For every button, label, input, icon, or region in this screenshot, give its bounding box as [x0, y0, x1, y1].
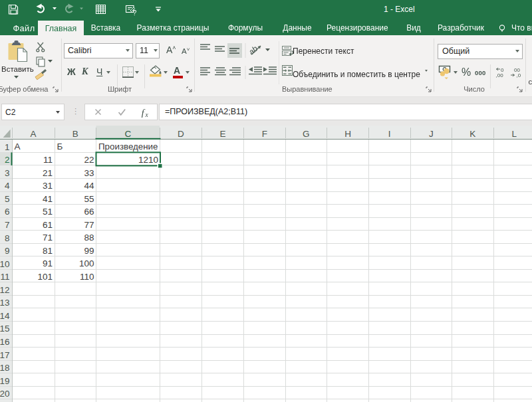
- svg-text:66: 66: [84, 207, 94, 217]
- svg-text:D: D: [178, 128, 184, 138]
- svg-text:1: 1: [5, 142, 10, 151]
- svg-text:?: ?: [133, 9, 137, 17]
- svg-text:22: 22: [84, 154, 94, 164]
- svg-text:F: F: [262, 128, 267, 138]
- svg-text:8: 8: [5, 233, 10, 243]
- svg-text:H: H: [344, 128, 351, 138]
- svg-text:J: J: [429, 128, 434, 138]
- svg-text:19: 19: [0, 375, 10, 385]
- svg-text:6: 6: [5, 207, 10, 217]
- svg-text:,0: ,0: [517, 72, 521, 78]
- svg-text:3: 3: [5, 167, 10, 177]
- svg-text:1210: 1210: [138, 154, 158, 164]
- svg-text:10: 10: [0, 258, 10, 268]
- svg-text:,00: ,00: [496, 72, 504, 78]
- svg-text:14: 14: [0, 310, 10, 320]
- svg-text:B: B: [72, 128, 78, 138]
- svg-text:16: 16: [0, 336, 10, 346]
- svg-text:А: А: [15, 142, 21, 151]
- svg-text:71: 71: [43, 233, 53, 243]
- svg-text:15: 15: [0, 324, 10, 334]
- svg-text:ab: ab: [247, 44, 259, 57]
- svg-text:5: 5: [5, 193, 10, 203]
- svg-text:41: 41: [43, 193, 53, 203]
- svg-text:88: 88: [84, 233, 94, 243]
- svg-text:100: 100: [79, 258, 94, 268]
- svg-text:31: 31: [43, 181, 53, 191]
- svg-text:L: L: [511, 128, 517, 138]
- svg-text:61: 61: [43, 219, 53, 229]
- svg-text:9: 9: [5, 246, 10, 256]
- svg-text:G: G: [303, 128, 310, 138]
- svg-text:I: I: [388, 128, 391, 138]
- svg-text:x: x: [145, 111, 149, 118]
- svg-text:33: 33: [84, 167, 94, 177]
- svg-text:4: 4: [5, 181, 10, 191]
- svg-text:11: 11: [0, 272, 9, 282]
- svg-text:A: A: [30, 128, 36, 138]
- svg-text:20: 20: [0, 389, 10, 399]
- svg-text:18: 18: [0, 363, 10, 373]
- svg-text:44: 44: [84, 181, 94, 191]
- svg-text:Б: Б: [57, 142, 63, 151]
- svg-text:2: 2: [5, 155, 10, 165]
- svg-text:101: 101: [37, 271, 53, 281]
- svg-text:110: 110: [80, 271, 94, 281]
- svg-text:17: 17: [0, 350, 10, 359]
- svg-text:12: 12: [0, 284, 10, 294]
- svg-text:51: 51: [43, 207, 53, 217]
- svg-text:81: 81: [43, 245, 53, 255]
- svg-text:77: 77: [84, 219, 94, 229]
- svg-text:55: 55: [84, 193, 94, 203]
- svg-text:21: 21: [43, 167, 53, 177]
- svg-text:7: 7: [5, 220, 10, 230]
- svg-text:91: 91: [43, 258, 53, 268]
- svg-text:E: E: [219, 128, 225, 138]
- svg-text:C: C: [124, 128, 131, 138]
- svg-text:11: 11: [43, 154, 53, 164]
- svg-text:Произведение: Произведение: [98, 142, 158, 151]
- svg-text:13: 13: [0, 298, 10, 308]
- svg-text:99: 99: [84, 245, 94, 255]
- svg-text:K: K: [469, 128, 475, 138]
